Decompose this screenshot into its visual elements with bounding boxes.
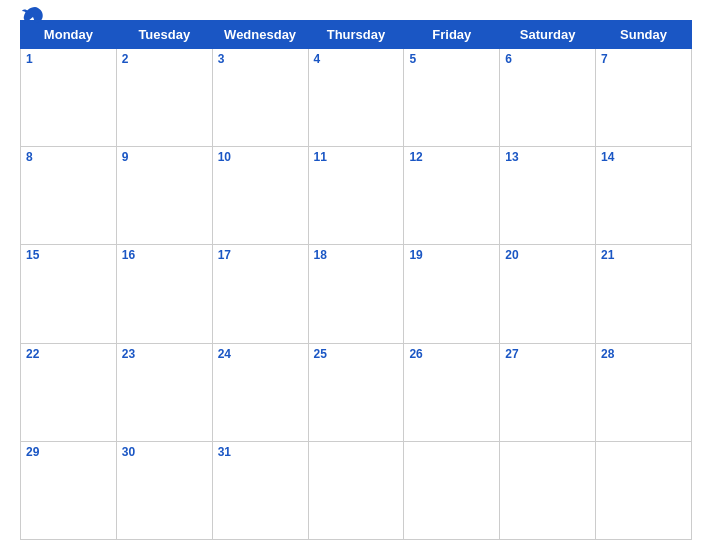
day-number: 27 — [505, 347, 518, 361]
weekday-saturday: Saturday — [500, 21, 596, 49]
calendar-cell: 9 — [116, 147, 212, 245]
calendar-cell: 13 — [500, 147, 596, 245]
calendar-cell: 29 — [21, 441, 117, 539]
weekday-tuesday: Tuesday — [116, 21, 212, 49]
calendar-cell: 25 — [308, 343, 404, 441]
day-number: 31 — [218, 445, 231, 459]
calendar-cell: 22 — [21, 343, 117, 441]
weekday-friday: Friday — [404, 21, 500, 49]
calendar-cell: 15 — [21, 245, 117, 343]
weekday-wednesday: Wednesday — [212, 21, 308, 49]
weekday-row: MondayTuesdayWednesdayThursdayFridaySatu… — [21, 21, 692, 49]
calendar-cell — [596, 441, 692, 539]
calendar-weekday-header: MondayTuesdayWednesdayThursdayFridaySatu… — [21, 21, 692, 49]
calendar-cell: 14 — [596, 147, 692, 245]
calendar-cell: 20 — [500, 245, 596, 343]
calendar-cell: 17 — [212, 245, 308, 343]
day-number: 13 — [505, 150, 518, 164]
day-number: 12 — [409, 150, 422, 164]
logo — [20, 3, 54, 25]
calendar-cell: 12 — [404, 147, 500, 245]
week-row-3: 15161718192021 — [21, 245, 692, 343]
logo-bird-icon — [20, 3, 50, 25]
day-number: 25 — [314, 347, 327, 361]
calendar-cell — [308, 441, 404, 539]
calendar-cell: 24 — [212, 343, 308, 441]
week-row-4: 22232425262728 — [21, 343, 692, 441]
calendar-cell: 7 — [596, 49, 692, 147]
calendar-cell: 3 — [212, 49, 308, 147]
calendar-cell: 27 — [500, 343, 596, 441]
weekday-sunday: Sunday — [596, 21, 692, 49]
calendar-cell: 31 — [212, 441, 308, 539]
day-number: 15 — [26, 248, 39, 262]
day-number: 10 — [218, 150, 231, 164]
calendar-cell: 10 — [212, 147, 308, 245]
calendar-table: MondayTuesdayWednesdayThursdayFridaySatu… — [20, 20, 692, 540]
day-number: 2 — [122, 52, 129, 66]
calendar-cell: 4 — [308, 49, 404, 147]
day-number: 24 — [218, 347, 231, 361]
day-number: 18 — [314, 248, 327, 262]
day-number: 5 — [409, 52, 416, 66]
day-number: 8 — [26, 150, 33, 164]
week-row-2: 891011121314 — [21, 147, 692, 245]
day-number: 9 — [122, 150, 129, 164]
calendar-cell: 16 — [116, 245, 212, 343]
day-number: 23 — [122, 347, 135, 361]
day-number: 26 — [409, 347, 422, 361]
day-number: 19 — [409, 248, 422, 262]
calendar-body: 1234567891011121314151617181920212223242… — [21, 49, 692, 540]
day-number: 3 — [218, 52, 225, 66]
day-number: 7 — [601, 52, 608, 66]
week-row-1: 1234567 — [21, 49, 692, 147]
calendar-cell: 11 — [308, 147, 404, 245]
day-number: 20 — [505, 248, 518, 262]
day-number: 30 — [122, 445, 135, 459]
calendar-cell: 30 — [116, 441, 212, 539]
calendar-cell: 28 — [596, 343, 692, 441]
day-number: 11 — [314, 150, 327, 164]
calendar-cell: 26 — [404, 343, 500, 441]
day-number: 6 — [505, 52, 512, 66]
day-number: 16 — [122, 248, 135, 262]
calendar-cell: 21 — [596, 245, 692, 343]
calendar-cell: 5 — [404, 49, 500, 147]
calendar-cell: 8 — [21, 147, 117, 245]
day-number: 17 — [218, 248, 231, 262]
calendar-cell: 23 — [116, 343, 212, 441]
calendar-cell: 18 — [308, 245, 404, 343]
calendar-cell: 2 — [116, 49, 212, 147]
day-number: 4 — [314, 52, 321, 66]
day-number: 21 — [601, 248, 614, 262]
calendar-cell: 1 — [21, 49, 117, 147]
calendar-cell: 19 — [404, 245, 500, 343]
day-number: 14 — [601, 150, 614, 164]
week-row-5: 293031 — [21, 441, 692, 539]
day-number: 1 — [26, 52, 33, 66]
calendar-cell — [404, 441, 500, 539]
day-number: 29 — [26, 445, 39, 459]
day-number: 22 — [26, 347, 39, 361]
day-number: 28 — [601, 347, 614, 361]
calendar-cell — [500, 441, 596, 539]
weekday-thursday: Thursday — [308, 21, 404, 49]
calendar-cell: 6 — [500, 49, 596, 147]
